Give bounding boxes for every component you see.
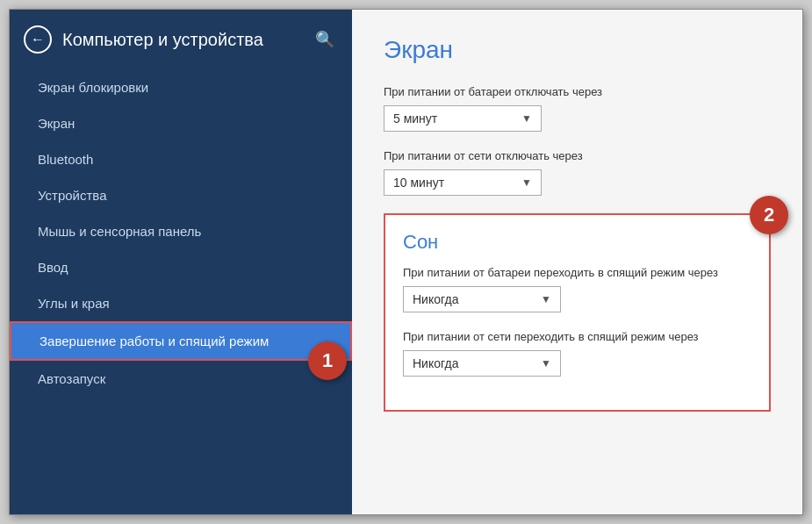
sidebar-item-zavershenie[interactable]: Завершение работы и спящий режим xyxy=(10,321,352,361)
active-item-wrapper: Завершение работы и спящий режим 1 xyxy=(10,321,352,361)
search-icon[interactable]: 🔍 xyxy=(315,30,334,49)
sidebar-item-avtozapusk[interactable]: Автозапуск xyxy=(10,361,352,397)
main-window: ← Компьютер и устройства 🔍 Экран блокиро… xyxy=(9,9,803,515)
network-sleep-arrow: ▼ xyxy=(541,357,551,370)
sidebar: ← Компьютер и устройства 🔍 Экран блокиро… xyxy=(10,10,352,514)
sidebar-item-bluetooth[interactable]: Bluetooth xyxy=(10,141,352,177)
sidebar-item-ustrojstva[interactable]: Устройства xyxy=(10,177,352,213)
page-title: Экран xyxy=(384,36,771,64)
back-button[interactable]: ← xyxy=(24,25,52,54)
battery-screen-label: При питании от батареи отключать через xyxy=(384,85,771,98)
network-screen-label: При питании от сети отключать через xyxy=(384,149,771,162)
network-screen-dropdown[interactable]: 10 минут ▼ xyxy=(384,169,542,196)
battery-screen-value: 5 минут xyxy=(393,111,521,126)
battery-screen-dropdown[interactable]: 5 минут ▼ xyxy=(384,105,542,132)
son-title: Сон xyxy=(403,231,751,254)
sidebar-item-ekran-blokirovki[interactable]: Экран блокировки xyxy=(10,69,352,105)
sidebar-item-ugly[interactable]: Углы и края xyxy=(10,285,352,321)
sidebar-item-mysh[interactable]: Мышь и сенсорная панель xyxy=(10,213,352,249)
callout-1: 1 xyxy=(308,341,347,380)
sidebar-nav: Экран блокировки Экран Bluetooth Устройс… xyxy=(10,69,352,514)
sidebar-item-vvod[interactable]: Ввод xyxy=(10,249,352,285)
sidebar-title: Компьютер и устройства xyxy=(62,30,301,50)
battery-sleep-label: При питании от батареи переходить в спящ… xyxy=(403,266,751,279)
network-screen-arrow: ▼ xyxy=(521,176,532,189)
son-section: 2 Сон При питании от батареи переходить … xyxy=(384,213,771,412)
sidebar-item-ekran[interactable]: Экран xyxy=(10,105,352,141)
network-screen-value: 10 минут xyxy=(393,176,521,190)
network-sleep-value: Никогда xyxy=(413,356,541,370)
battery-screen-arrow: ▼ xyxy=(521,112,532,125)
battery-sleep-value: Никогда xyxy=(413,292,541,306)
network-sleep-label: При питании от сети переходить в спящий … xyxy=(403,330,751,343)
main-content: Экран При питании от батареи отключать ч… xyxy=(352,10,802,514)
callout-2: 2 xyxy=(750,196,788,234)
battery-sleep-arrow: ▼ xyxy=(541,293,551,305)
sidebar-header: ← Компьютер и устройства 🔍 xyxy=(10,10,352,69)
network-sleep-dropdown[interactable]: Никогда ▼ xyxy=(403,350,561,377)
battery-sleep-dropdown[interactable]: Никогда ▼ xyxy=(403,286,561,312)
